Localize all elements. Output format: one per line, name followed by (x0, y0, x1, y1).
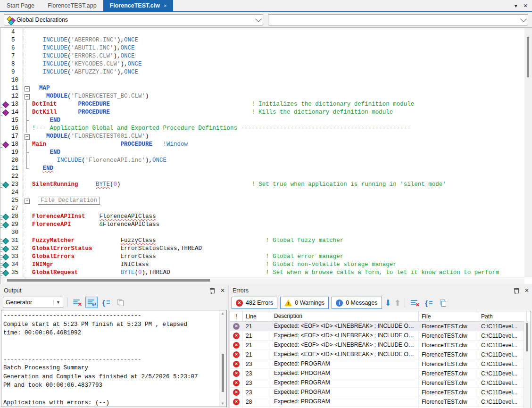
code-line[interactable]: 16!--- Application Global and Exported P… (0, 125, 524, 133)
error-row[interactable]: ✕21Expected: <EOF> <ID> <LINEBREAK> ; IN… (230, 350, 531, 359)
code-line[interactable]: 12− MODULE('FLORENCETEST_BC.CLW') (0, 92, 524, 100)
clear-output-button[interactable]: ✕ (71, 297, 83, 308)
code-line[interactable]: 27 (0, 205, 524, 213)
code-line[interactable]: 23SilentRunning BYTE(0) ! Set true when … (0, 181, 524, 189)
previous-error-button[interactable]: ⬆ (394, 299, 401, 307)
error-row[interactable]: ✕28Expected: PROGRAMFlorenceTEST.clwC:\C… (230, 397, 531, 407)
collapsed-region-label[interactable]: File Declaration (38, 197, 100, 205)
line-number: 32 (10, 245, 23, 253)
code-navigation-row: Global Declarations (0, 12, 532, 27)
error-row[interactable]: ✕23Expected: PROGRAMFlorenceTEST.clwC:\C… (230, 359, 531, 369)
warnings-filter-button[interactable]: 0 Warnings (280, 297, 329, 309)
code-line[interactable]: 19 END (0, 149, 524, 157)
code-line[interactable]: 35GlobalRequest BYTE(0),THREAD ! Set whe… (0, 269, 524, 277)
fold-toggle-icon[interactable]: − (23, 92, 31, 100)
output-scrollbar[interactable]: ▲ ▼ (219, 310, 226, 407)
code-line[interactable]: 6 INCLUDE('ABUTIL.INC'),ONCE (0, 44, 524, 52)
close-icon[interactable]: ✕ (524, 287, 529, 294)
error-path: C:\C11Devel... (478, 388, 527, 397)
fold-margin (23, 68, 31, 76)
line-number: 13 (10, 100, 23, 108)
tab-list-dropdown-icon[interactable]: ▾ (515, 3, 517, 8)
code-line[interactable]: 32GlobalErrorStatus ErrorStatusClass,THR… (0, 245, 524, 253)
errors-scrollbar[interactable] (524, 321, 531, 408)
scrollbar-thumb[interactable] (7, 279, 210, 282)
code-line[interactable]: 5 INCLUDE('ABERROR.INC'),ONCE (0, 36, 524, 44)
scrollbar-thumb[interactable] (222, 354, 224, 392)
editor-horizontal-scrollbar[interactable] (0, 277, 524, 284)
code-line[interactable]: 25+File Declaration (0, 197, 524, 205)
fold-toggle-icon[interactable]: − (23, 133, 31, 141)
scrollbar-thumb[interactable] (526, 323, 528, 351)
error-row[interactable]: ✕21Expected: <EOF> <ID> <LINEBREAK> ; IN… (230, 322, 531, 331)
code-line[interactable]: 14DctKill PROCEDURE ! Kills the dictiona… (0, 108, 524, 117)
code-line[interactable]: 28FlorenceAPIInst FlorenceAPIClass (0, 213, 524, 221)
code-line[interactable]: 22 (0, 173, 524, 181)
errors-grid-header[interactable]: !LineDescriptionFilePath (230, 311, 531, 322)
indent-errors-button[interactable]: { (423, 298, 434, 308)
tab-start-page[interactable]: Start Page (0, 0, 41, 11)
code-line[interactable]: 20 INCLUDE('FlorenceAPI.inc'),ONCE (0, 157, 524, 165)
errors-filter-button[interactable]: ✕ 482 Errors (232, 297, 277, 309)
code-line[interactable]: 7 INCLUDE('ERRORS.CLW'),ONCE (0, 52, 524, 60)
code-line[interactable]: 21 END (0, 165, 524, 173)
column-header-path[interactable]: Path (478, 311, 527, 321)
error-row[interactable]: ✕21Expected: <EOF> <ID> <LINEBREAK> ; IN… (230, 331, 531, 341)
scope-selector[interactable]: Global Declarations (4, 14, 263, 25)
clear-output-icon: ✕ (73, 299, 81, 306)
messages-filter-button[interactable]: i 0 Messages (332, 297, 382, 309)
next-error-button[interactable]: ⬇ (385, 299, 391, 307)
column-header-[interactable]: ! (230, 311, 243, 321)
scroll-up-icon[interactable]: ▲ (221, 311, 224, 316)
code-line[interactable]: 4 (0, 28, 524, 36)
output-source-selector[interactable]: Generator ▼ (3, 297, 63, 308)
code-line[interactable]: 30 (0, 229, 524, 237)
code-line[interactable]: 24 (0, 189, 524, 197)
scrollbar-thumb[interactable] (527, 37, 529, 77)
error-row[interactable]: ✕23Expected: PROGRAMFlorenceTEST.clwC:\C… (230, 378, 531, 388)
code-line[interactable]: 34INIMgr INIClass ! Global non-volatile … (0, 261, 524, 269)
code-line[interactable]: 15 END (0, 117, 524, 125)
fold-margin (23, 60, 31, 68)
code-line[interactable]: 29FlorenceAPI &FlorenceAPIClass (0, 221, 524, 229)
error-row[interactable]: ✕23Expected: PROGRAMFlorenceTEST.clwC:\C… (230, 369, 531, 378)
code-line[interactable]: 10 (0, 76, 524, 84)
code-line[interactable]: 13DctInit PROCEDURE ! Initializes the di… (0, 100, 524, 108)
error-row[interactable]: ✕21Expected: <EOF> <ID> <LINEBREAK> ; IN… (230, 341, 531, 350)
code-line[interactable]: 31FuzzyMatcher FuzzyClass ! Global fuzzy… (0, 237, 524, 245)
gutter-cell (0, 189, 10, 197)
column-header-description[interactable]: Description (271, 311, 419, 321)
code-text (31, 76, 524, 84)
close-icon[interactable]: ✕ (220, 287, 225, 294)
column-header-file[interactable]: File (419, 311, 478, 321)
tab-close-icon[interactable]: × (164, 3, 166, 8)
tab-florencetest-clw[interactable]: FlorenceTEST.clw × (103, 0, 174, 11)
output-content[interactable]: --------------------------------------- … (1, 310, 227, 407)
close-document-icon[interactable]: ✕ (524, 2, 527, 10)
copy-output-button[interactable] (115, 297, 126, 308)
fold-toggle-icon[interactable]: − (23, 84, 31, 92)
error-icon: ✕ (233, 399, 240, 405)
gutter-cell (0, 117, 10, 125)
scroll-down-icon[interactable]: ▼ (221, 401, 224, 406)
tab-florencetest-app[interactable]: FlorenceTEST.app (41, 0, 103, 11)
code-line[interactable]: 18Main PROCEDURE !Window (0, 141, 524, 149)
line-number: 28 (10, 213, 23, 221)
code-editor[interactable]: 45 INCLUDE('ABERROR.INC'),ONCE6 INCLUDE(… (0, 27, 532, 284)
pin-icon[interactable] (210, 288, 215, 293)
clear-errors-button[interactable]: ✕ (409, 298, 420, 308)
word-wrap-button[interactable]: ↵ (85, 297, 98, 308)
copy-errors-button[interactable] (437, 298, 449, 308)
pin-icon[interactable] (514, 288, 519, 293)
fold-toggle-icon[interactable]: + (23, 197, 31, 205)
editor-vertical-scrollbar[interactable] (524, 28, 532, 277)
code-line[interactable]: 9 INCLUDE('ABFUZZY.INC'),ONCE (0, 68, 524, 76)
code-line[interactable]: 17− MODULE('FLORENCETEST001.CLW') (0, 133, 524, 141)
member-selector[interactable] (268, 14, 528, 25)
code-line[interactable]: 8 INCLUDE('KEYCODES.CLW'),ONCE (0, 60, 524, 68)
error-row[interactable]: ✕23Expected: PROGRAMFlorenceTEST.clwC:\C… (230, 388, 531, 397)
code-line[interactable]: 11− MAP (0, 84, 524, 92)
column-header-line[interactable]: Line (243, 311, 271, 321)
code-line[interactable]: 33GlobalErrors ErrorClass ! Global error… (0, 253, 524, 261)
indent-output-button[interactable]: { (100, 297, 112, 308)
